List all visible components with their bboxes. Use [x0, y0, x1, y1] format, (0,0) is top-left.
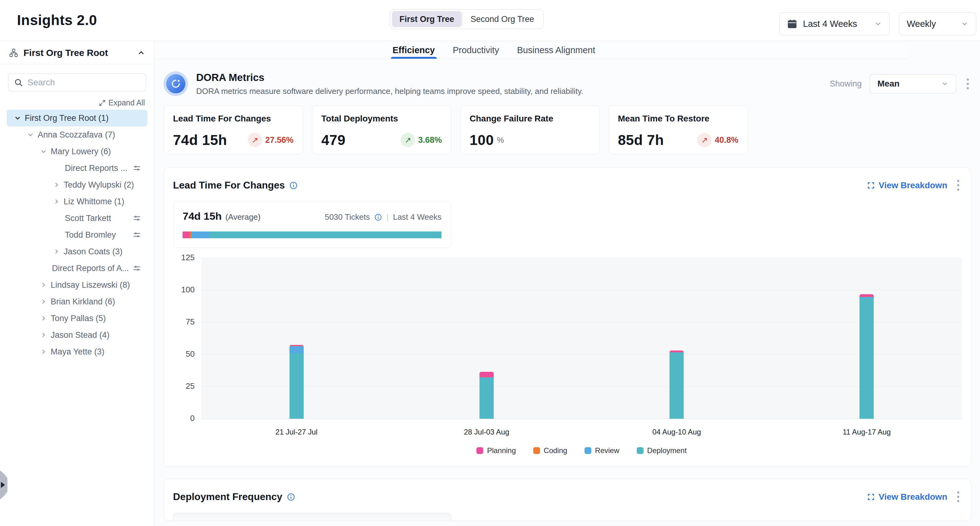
dora-metrics-header: DORA Metrics DORA metrics measure softwa…	[164, 72, 971, 96]
bar-segment-deployment	[670, 353, 684, 419]
delta-badge: ↗ 40.8%	[697, 133, 738, 147]
tree-item-todd-bromley[interactable]: Todd Bromley	[7, 226, 147, 243]
chart-legend: PlanningCodingReviewDeployment	[201, 446, 962, 457]
deployment-frequency-kebab-menu[interactable]	[955, 489, 962, 505]
tree-item-scott-tarkett[interactable]: Scott Tarkett	[7, 210, 147, 226]
aggregation-value: Mean	[877, 79, 900, 89]
filter-sliders-icon[interactable]	[132, 264, 141, 273]
bar-segment-deployment	[859, 298, 874, 419]
filter-sliders-icon[interactable]	[132, 231, 141, 239]
chevron-right-icon[interactable]	[38, 315, 49, 322]
chevron-right-icon[interactable]	[38, 281, 49, 289]
tree-item-anna-scozzafava[interactable]: Anna Scozzafava (7)	[7, 126, 147, 143]
chevron-down-icon	[874, 20, 882, 28]
stacked-bar[interactable]	[859, 294, 874, 419]
date-range-value: Last 4 Weeks	[803, 19, 857, 29]
legend-item-coding[interactable]: Coding	[533, 446, 567, 455]
dora-kebab-menu[interactable]	[964, 76, 971, 92]
info-icon[interactable]	[289, 181, 298, 190]
chevron-down-icon	[961, 20, 969, 28]
aggregation-select[interactable]: Mean	[870, 74, 956, 93]
showing-label: Showing	[830, 79, 862, 89]
tree-item-mary-lowery[interactable]: Mary Lowery (6)	[7, 143, 147, 160]
chevron-right-icon[interactable]	[51, 248, 62, 255]
calendar-icon	[787, 19, 797, 29]
chevron-down-icon[interactable]	[12, 114, 23, 122]
granularity-select[interactable]: Weekly	[899, 12, 976, 35]
tree-item-direct-reports[interactable]: Direct Reports ...	[7, 160, 147, 177]
org-tree-icon	[9, 48, 19, 58]
tree-item-jason-coats[interactable]: Jason Coats (3)	[7, 243, 147, 260]
iteration-loop-icon	[166, 74, 185, 93]
triangle-right-icon	[1, 482, 5, 488]
tree-item-maya-yette[interactable]: Maya Yette (3)	[7, 343, 147, 360]
legend-swatch	[637, 447, 644, 454]
tree-item-jason-stead[interactable]: Jason Stead (4)	[7, 327, 147, 343]
stacked-bar[interactable]	[290, 345, 304, 419]
x-tick-label: 21 Jul-27 Jul	[275, 428, 318, 437]
tree-item-lindsay-liszewski[interactable]: Lindsay Liszewski (8)	[7, 277, 147, 293]
chevron-right-icon[interactable]	[38, 348, 49, 355]
chevron-down-icon[interactable]	[25, 131, 36, 139]
legend-label: Planning	[487, 446, 515, 455]
filter-sliders-icon[interactable]	[132, 164, 141, 172]
expand-corners-icon	[867, 182, 875, 190]
org-tree-sidebar: First Org Tree Root Expand All First Org…	[0, 41, 154, 526]
search-input[interactable]	[27, 78, 140, 88]
tab-productivity[interactable]: Productivity	[451, 41, 501, 59]
view-breakdown-link[interactable]: View Breakdown	[867, 180, 947, 190]
legend-item-deployment[interactable]: Deployment	[637, 446, 687, 455]
chevron-down-icon[interactable]	[38, 147, 49, 155]
tree-item-brian-kirkland[interactable]: Brian Kirkland (6)	[7, 293, 147, 310]
lead-time-for-changes-card: Lead Time For Changes V	[164, 167, 971, 467]
app-title: Insights 2.0	[17, 12, 97, 29]
legend-item-review[interactable]: Review	[585, 446, 619, 455]
phase-distribution-bar	[183, 231, 441, 238]
tab-efficiency[interactable]: Efficiency	[391, 41, 437, 59]
lead-time-summary-card: 74d 15h (Average) 5030 Tickets | Last 4 …	[173, 201, 451, 248]
chevron-right-icon[interactable]	[38, 331, 49, 339]
expand-all-button[interactable]: Expand All	[0, 98, 145, 107]
tree-item-liz-whittome[interactable]: Liz Whittome (1)	[7, 193, 147, 210]
org-tab-first[interactable]: First Org Tree	[392, 11, 461, 27]
sidebar-search[interactable]	[8, 73, 146, 91]
dora-icon-ring	[164, 72, 188, 96]
stat-card-lead-time: Lead Time For Changes 74d 15h ↗ 27.56%	[164, 105, 303, 154]
legend-item-planning[interactable]: Planning	[476, 446, 515, 455]
y-tick-label: 125	[173, 253, 195, 262]
chart-plot[interactable]: 0255075100125	[201, 258, 962, 419]
info-icon[interactable]	[287, 493, 295, 501]
stacked-bar[interactable]	[670, 351, 684, 419]
legend-label: Deployment	[647, 446, 687, 455]
tree-item-direct-reports-of-a[interactable]: Direct Reports of A...	[7, 260, 147, 277]
search-icon	[14, 78, 23, 87]
lead-time-kebab-menu[interactable]	[955, 177, 962, 193]
filter-sliders-icon[interactable]	[132, 214, 141, 223]
org-tab-second[interactable]: Second Org Tree	[463, 11, 542, 27]
collapse-panel-chevron-up-icon[interactable]	[137, 48, 146, 57]
bar-segment-review	[290, 346, 304, 353]
stacked-bar[interactable]	[479, 372, 494, 419]
x-tick-label: 28 Jul-03 Aug	[464, 428, 509, 437]
sidebar-title: First Org Tree Root	[24, 48, 137, 58]
org-tree: First Org Tree Root (1) Anna Scozzafava …	[0, 110, 154, 360]
trend-up-icon: ↗	[697, 133, 711, 147]
view-breakdown-link[interactable]: View Breakdown	[867, 492, 947, 502]
trend-up-icon: ↗	[401, 133, 415, 147]
x-axis: 21 Jul-27 Jul28 Jul-03 Aug04 Aug-10 Aug1…	[201, 419, 962, 441]
chevron-right-icon[interactable]	[38, 298, 49, 305]
info-icon[interactable]	[374, 213, 382, 221]
tree-item-tony-pallas[interactable]: Tony Pallas (5)	[7, 310, 147, 327]
org-tree-switcher: First Org Tree Second Org Tree	[390, 9, 544, 29]
chevron-right-icon[interactable]	[51, 181, 62, 188]
x-tick-label: 11 Aug-17 Aug	[843, 428, 891, 437]
chevron-right-icon[interactable]	[51, 198, 62, 205]
distribution-segment-deployment	[209, 231, 441, 238]
tab-business-alignment[interactable]: Business Alignment	[515, 41, 597, 59]
bar-segment-deployment	[290, 353, 304, 419]
date-range-select[interactable]: Last 4 Weeks	[779, 12, 890, 35]
period-label: Last 4 Weeks	[393, 212, 441, 222]
dora-stat-cards: Lead Time For Changes 74d 15h ↗ 27.56% T…	[164, 105, 971, 154]
tree-item-first-org-tree-root[interactable]: First Org Tree Root (1)	[7, 110, 147, 126]
tree-item-teddy-wylupski[interactable]: Teddy Wylupski (2)	[7, 177, 147, 193]
